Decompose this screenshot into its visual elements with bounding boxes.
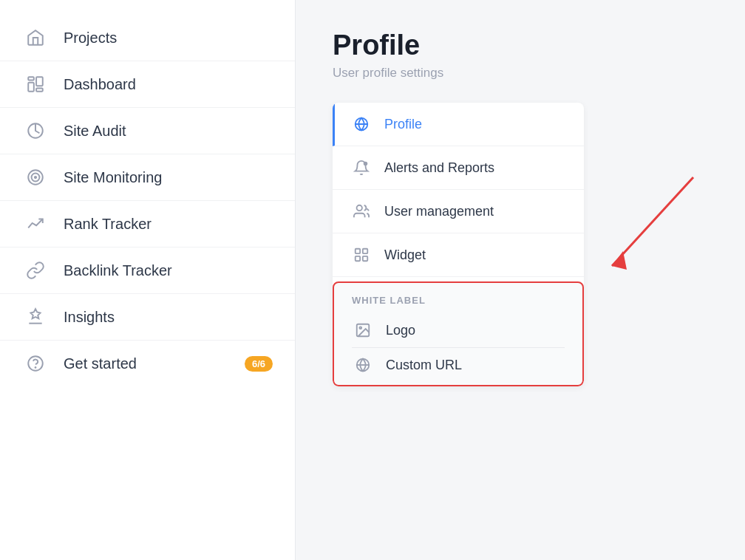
svg-point-7 (35, 177, 36, 178)
svg-point-14 (357, 205, 362, 211)
sidebar-item-label-site-monitoring: Site Monitoring (64, 169, 162, 186)
white-label-title: WHITE LABEL (352, 295, 565, 306)
sidebar-item-backlink-tracker[interactable]: Backlink Tracker (0, 247, 295, 294)
white-label-url-label: Custom URL (386, 358, 462, 373)
svg-rect-16 (356, 249, 360, 253)
sidebar-item-insights[interactable]: Insights (0, 294, 295, 341)
main-content: Profile User profile settings Profile (296, 0, 745, 560)
sidebar-item-label-backlink-tracker: Backlink Tracker (64, 262, 172, 279)
sidebar-item-label-insights: Insights (64, 309, 115, 326)
sidebar: Projects Dashboard Site Audit (0, 0, 296, 560)
arrow-annotation (568, 163, 715, 310)
svg-point-21 (359, 327, 361, 329)
widget-icon (350, 247, 372, 263)
get-started-badge: 6/6 (245, 356, 273, 372)
dashboard-icon (22, 75, 49, 94)
settings-menu: Profile Alerts and Reports (333, 103, 584, 386)
page-title: Profile (333, 30, 708, 61)
sidebar-item-dashboard[interactable]: Dashboard (0, 61, 295, 108)
sidebar-item-label-dashboard: Dashboard (64, 76, 136, 93)
svg-point-13 (364, 162, 368, 166)
sidebar-item-rank-tracker[interactable]: Rank Tracker (0, 201, 295, 247)
home-icon (22, 28, 49, 47)
menu-label-alerts: Alerts and Reports (384, 160, 494, 176)
svg-rect-1 (28, 83, 34, 92)
white-label-section: WHITE LABEL Logo (333, 281, 584, 386)
globe-blue-icon (350, 116, 372, 132)
sidebar-item-label-rank-tracker: Rank Tracker (64, 216, 152, 233)
page-subtitle: User profile settings (333, 66, 708, 81)
white-label-url-item[interactable]: Custom URL (352, 348, 565, 373)
audit-icon (22, 121, 49, 140)
menu-item-user-management[interactable]: User management (333, 190, 584, 233)
sidebar-item-get-started[interactable]: Get started 6/6 (0, 341, 295, 386)
menu-label-profile: Profile (384, 117, 422, 132)
sidebar-item-site-audit[interactable]: Site Audit (0, 108, 295, 154)
monitoring-icon (22, 168, 49, 187)
svg-rect-2 (36, 77, 43, 86)
sidebar-item-label-projects: Projects (64, 30, 117, 47)
rank-icon (22, 214, 49, 233)
menu-item-widget[interactable]: Widget (333, 233, 584, 277)
getstarted-icon (22, 354, 49, 373)
menu-item-alerts[interactable]: Alerts and Reports (333, 146, 584, 190)
svg-marker-25 (612, 251, 627, 270)
sidebar-item-site-monitoring[interactable]: Site Monitoring (0, 154, 295, 201)
svg-rect-19 (363, 256, 367, 261)
sidebar-item-label-get-started: Get started (64, 355, 137, 372)
svg-rect-0 (28, 77, 34, 80)
svg-rect-3 (36, 88, 43, 91)
bell-icon (350, 160, 372, 176)
menu-label-widget: Widget (384, 247, 426, 263)
svg-rect-18 (356, 256, 360, 261)
svg-rect-17 (363, 249, 367, 253)
white-label-logo-label: Logo (386, 323, 415, 338)
backlink-icon (22, 261, 49, 280)
svg-line-15 (367, 208, 369, 211)
svg-point-9 (28, 356, 43, 371)
users-icon (350, 203, 372, 219)
menu-label-user-management: User management (384, 204, 494, 219)
sidebar-item-label-site-audit: Site Audit (64, 123, 126, 140)
menu-item-profile[interactable]: Profile (333, 103, 584, 146)
white-label-logo-item[interactable]: Logo (352, 313, 565, 348)
svg-line-24 (612, 177, 693, 266)
sidebar-item-projects[interactable]: Projects (0, 15, 295, 61)
insights-icon (22, 307, 49, 327)
globe-gray-icon (352, 357, 374, 373)
image-icon (352, 322, 374, 338)
